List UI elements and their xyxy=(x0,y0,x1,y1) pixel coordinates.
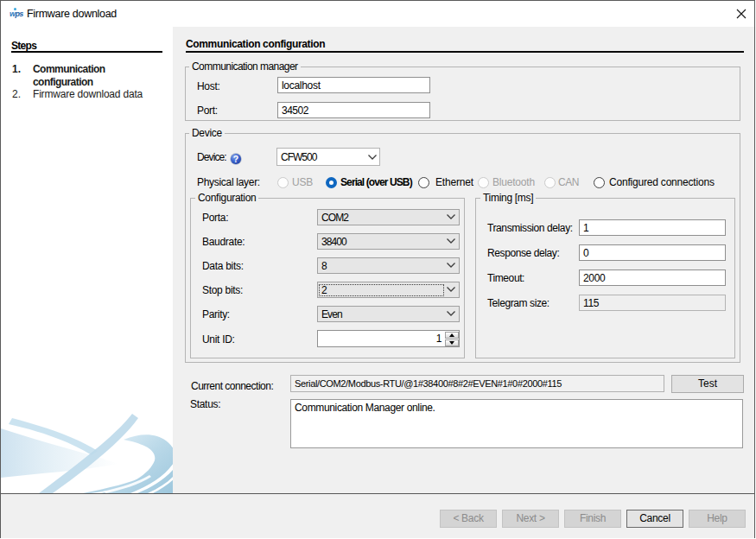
svg-text:?: ? xyxy=(233,153,238,163)
